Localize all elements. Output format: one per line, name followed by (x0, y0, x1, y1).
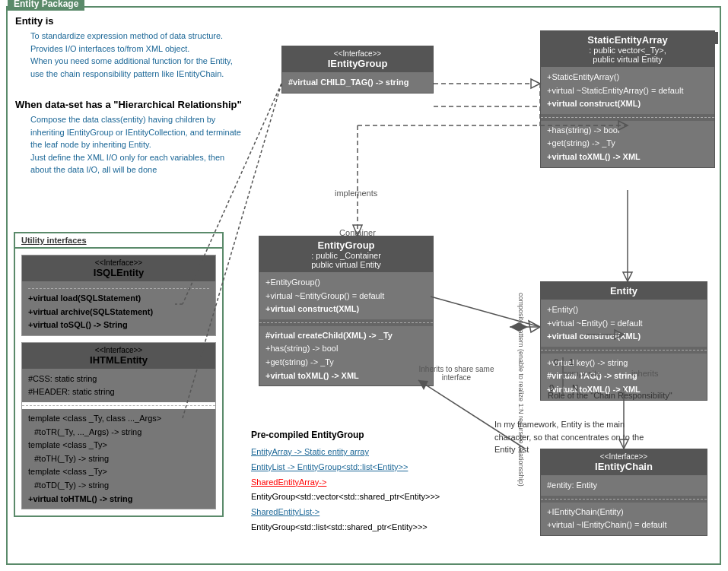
entity-is-line4: use the chain responsibility pattern lik… (30, 68, 274, 81)
sea-body-top: +StaticEntityArray() +virtual ~StaticEnt… (541, 68, 714, 114)
main-container: Entity Package Entity is To standardize … (6, 6, 721, 565)
eg-member-4: +has(string) -> bool (265, 342, 427, 356)
entity-is-section: Entity is To standardize expression meth… (15, 15, 274, 80)
entitygroup-body-top: +EntityGroup() +virtual ~EntityGroup() =… (259, 273, 433, 319)
utility-box: Utility interfaces <<Interface>> ISQLEnt… (14, 232, 224, 517)
implements-label: implements (335, 189, 377, 198)
composite-label: composite (563, 369, 601, 378)
eg-member-5: +get(string) -> _Ty (265, 356, 427, 370)
entity-class: Entity +Entity() +virtual ~Entity() = de… (540, 281, 707, 401)
inherits-label: inherits (631, 369, 658, 378)
isqlentity-wrapper: <<Interface>> ISQLEntity +virtual load(S… (21, 255, 216, 336)
ihtmlentity-body-bottom: template <class _Ty, class ..._Args> #to… (22, 409, 215, 509)
sea-member-5: +virtual toXML() -> XML (547, 151, 708, 164)
ic-member-0: #entity: Entity (547, 479, 701, 493)
num-1-left: 1 (569, 357, 574, 366)
sea-body-bottom: +has(string) -> bool +get(string) -> _Ty… (541, 121, 714, 167)
sql-member-0: +virtual load(SQLStatement) (28, 292, 209, 306)
ientitychain-class: <<Interface>> IEntityChain #entity: Enti… (540, 449, 707, 536)
hierarchical-title: When data-set has a "Hierarchical Relati… (15, 99, 274, 110)
sea-member-4: +get(string) -> _Ty (547, 137, 708, 151)
sea-member-1: +virtual ~StaticEntityArray() = default (547, 84, 708, 98)
utility-label: Utility interfaces (15, 233, 222, 249)
sea-member-2: +virtual construct(XML) (547, 97, 708, 111)
sea-member-3: +has(string) -> bool (547, 124, 708, 138)
svg-marker-19 (529, 321, 540, 332)
ic-member-2: +virtual ~IEntityChain() = default (547, 519, 701, 532)
entity-member-1: +virtual ~Entity() = default (547, 317, 701, 331)
entitygroup-name: EntityGroup (265, 240, 427, 251)
ientitygroup-stereotype: <<Interface>> (288, 49, 427, 58)
hierarchical-line2: inheriting IEntityGroup or IEntityCollec… (30, 126, 274, 139)
entitygroup-header: EntityGroup : public _Container public v… (259, 236, 433, 273)
isqlentity-name: ISQLEntity (28, 267, 209, 278)
entity-member-2: +virtual construct(XML) (547, 330, 701, 344)
ihtmlentity-wrapper: <<Interface>> IHTMLEntity #CSS: static s… (21, 342, 216, 509)
html-member-0: #CSS: static string (28, 373, 209, 386)
eg-member-0: +EntityGroup() (265, 276, 427, 290)
html-member-4: template <class _Ty> (28, 439, 209, 452)
hierarchical-line3: the leaf node by inheriting Entity. (30, 138, 274, 151)
sea-member-0: +StaticEntityArray() (547, 71, 708, 84)
entity-member-0: +Entity() (547, 303, 701, 317)
rotated-text: composite pattern (enable to realize 1:N… (517, 293, 525, 414)
html-member-5: #toTH(_Ty) -> string (28, 452, 209, 466)
eg-member-3: #virtual createChild(XML) -> _Ty (265, 329, 427, 343)
sea-sub2: public virtual Entity (547, 55, 708, 64)
staticentityarray-header: StaticEntityArray : public vector<_Ty>, … (541, 31, 714, 68)
ientitygroup-class: <<Interface>> IEntityGroup #virtual CHIL… (281, 46, 434, 94)
ientitygroup-name: IEntityGroup (288, 58, 427, 69)
inherits-share-label: Inherits to share same interface (411, 365, 502, 382)
html-member-6: template <class _Ty> (28, 465, 209, 479)
entitygroup-sub1: : public _Container (265, 251, 427, 260)
sharedentityarray-link[interactable]: SharedEntityArray-> (251, 477, 326, 487)
num-0-left: 0 (554, 357, 558, 366)
precompiled-section: Pre-compiled EntityGroup EntityArray -> … (251, 430, 456, 535)
sql-member-2: +virtual toSQL() -> String (28, 319, 209, 332)
entity-body-top: +Entity() +virtual ~Entity() = default +… (541, 300, 707, 347)
html-member-3: #toTR(_Ty, ..._Args) -> string (28, 426, 209, 439)
html-member-8: +virtual toHTML() -> string (28, 493, 209, 506)
eg-member-2: +virtual construct(XML) (265, 303, 427, 316)
hierarchical-line4: Just define the XML I/O only for each va… (30, 151, 274, 164)
ientitygroup-member-0: #virtual CHILD_TAG() -> string (288, 76, 427, 90)
sharedentitylist-link[interactable]: SharedEntityList-> (251, 507, 319, 516)
ihtmlentity-header: <<Interface>> IHTMLEntity (22, 343, 215, 370)
svg-marker-5 (531, 79, 540, 88)
sea-sub1: : public vector<_Ty>, (547, 46, 708, 55)
precompiled-title: Pre-compiled EntityGroup (251, 430, 456, 440)
hierarchical-line1: Compose the data class(entity) having ch… (30, 113, 274, 126)
entity-is-line2: Provides I/O interfaces to/from XML obje… (30, 43, 274, 56)
role-label: Role of the "Chain Responsibility" (548, 391, 672, 400)
entity-is-line1: To standardize expression method of data… (30, 30, 274, 43)
entitylist-link[interactable]: EntityList -> EntityGroup<std::list<Enti… (251, 462, 408, 471)
ihtmlentity-stereotype: <<Interface>> (28, 346, 209, 354)
entityarray-link[interactable]: EntityArray -> Static entity array (251, 447, 369, 456)
sharedentitylist-text: EntityGroup<std::list<std::shared_ptr<En… (251, 520, 456, 535)
ic-member-1: +IEntityChain(Entity) (547, 506, 701, 519)
hierarchical-section: When data-set has a "Hierarchical Relati… (15, 99, 274, 176)
isqlentity-header: <<Interface>> ISQLEntity (22, 255, 215, 282)
ientitychain-name: IEntityChain (547, 461, 701, 472)
ientitychain-body-top: #entity: Entity (541, 476, 707, 496)
hierarchical-line5: about the data I/O, all will be done (30, 163, 274, 176)
staticentityarray-name: StaticEntityArray (547, 34, 708, 46)
html-member-2: template <class _Ty, class ..._Args> (28, 412, 209, 426)
entitygroup-class: EntityGroup : public _Container public v… (259, 236, 434, 386)
ientitygroup-body: #virtual CHILD_TAG() -> string (282, 73, 433, 93)
html-member-7: #toTD(_Ty) -> string (28, 479, 209, 493)
entitygroup-sub2: public virtual Entity (265, 260, 427, 269)
ihtmlentity-name: IHTMLEntity (28, 354, 209, 366)
ientitygroup-header: <<Interface>> IEntityGroup (282, 46, 433, 73)
package-label: Entity Package (8, 0, 84, 11)
eg-member-6: +virtual toXML() -> XML (265, 370, 427, 383)
entity-is-title: Entity is (15, 15, 274, 27)
sql-member-1: +virtual archive(SQLStatement) (28, 306, 209, 319)
entitygroup-body-bottom: #virtual createChild(XML) -> _Ty +has(st… (259, 326, 433, 385)
eg-member-1: +virtual ~EntityGroup() = default (265, 290, 427, 303)
svg-marker-23 (623, 272, 632, 281)
entity-name: Entity (547, 285, 701, 297)
isqlentity-body: +virtual load(SQLStatement) +virtual arc… (22, 282, 215, 335)
entity-header: Entity (541, 282, 707, 300)
ientitychain-body-bottom: +IEntityChain(Entity) +virtual ~IEntityC… (541, 503, 707, 535)
